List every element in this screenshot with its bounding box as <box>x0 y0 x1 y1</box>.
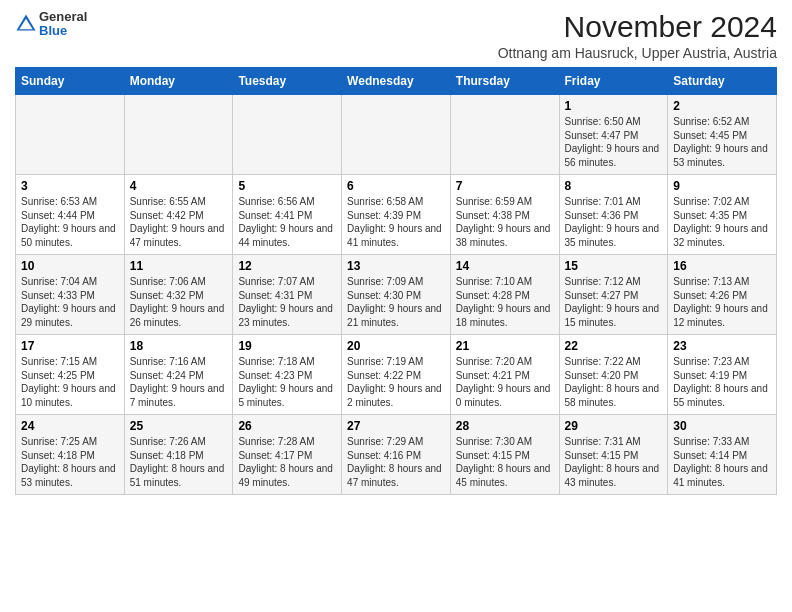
day-info: Sunrise: 7:28 AM Sunset: 4:17 PM Dayligh… <box>238 435 336 489</box>
day-number: 22 <box>565 339 663 353</box>
calendar-day-cell: 8Sunrise: 7:01 AM Sunset: 4:36 PM Daylig… <box>559 175 668 255</box>
day-info: Sunrise: 6:53 AM Sunset: 4:44 PM Dayligh… <box>21 195 119 249</box>
location-subtitle: Ottnang am Hausruck, Upper Austria, Aust… <box>498 45 777 61</box>
calendar-day-cell: 17Sunrise: 7:15 AM Sunset: 4:25 PM Dayli… <box>16 335 125 415</box>
day-info: Sunrise: 7:12 AM Sunset: 4:27 PM Dayligh… <box>565 275 663 329</box>
calendar-week-row: 3Sunrise: 6:53 AM Sunset: 4:44 PM Daylig… <box>16 175 777 255</box>
calendar-day-cell: 10Sunrise: 7:04 AM Sunset: 4:33 PM Dayli… <box>16 255 125 335</box>
day-info: Sunrise: 7:10 AM Sunset: 4:28 PM Dayligh… <box>456 275 554 329</box>
day-number: 3 <box>21 179 119 193</box>
calendar-day-cell <box>124 95 233 175</box>
day-info: Sunrise: 6:59 AM Sunset: 4:38 PM Dayligh… <box>456 195 554 249</box>
day-info: Sunrise: 7:18 AM Sunset: 4:23 PM Dayligh… <box>238 355 336 409</box>
day-number: 25 <box>130 419 228 433</box>
calendar-day-cell: 26Sunrise: 7:28 AM Sunset: 4:17 PM Dayli… <box>233 415 342 495</box>
day-info: Sunrise: 7:31 AM Sunset: 4:15 PM Dayligh… <box>565 435 663 489</box>
logo-text: General Blue <box>39 10 87 39</box>
day-info: Sunrise: 7:13 AM Sunset: 4:26 PM Dayligh… <box>673 275 771 329</box>
calendar-day-cell <box>342 95 451 175</box>
day-number: 23 <box>673 339 771 353</box>
calendar-day-cell: 30Sunrise: 7:33 AM Sunset: 4:14 PM Dayli… <box>668 415 777 495</box>
day-number: 9 <box>673 179 771 193</box>
calendar-body: 1Sunrise: 6:50 AM Sunset: 4:47 PM Daylig… <box>16 95 777 495</box>
day-number: 5 <box>238 179 336 193</box>
calendar-day-cell: 24Sunrise: 7:25 AM Sunset: 4:18 PM Dayli… <box>16 415 125 495</box>
calendar-day-cell: 11Sunrise: 7:06 AM Sunset: 4:32 PM Dayli… <box>124 255 233 335</box>
day-of-week-header: Sunday <box>16 68 125 95</box>
day-info: Sunrise: 6:55 AM Sunset: 4:42 PM Dayligh… <box>130 195 228 249</box>
day-info: Sunrise: 7:25 AM Sunset: 4:18 PM Dayligh… <box>21 435 119 489</box>
calendar-day-cell: 13Sunrise: 7:09 AM Sunset: 4:30 PM Dayli… <box>342 255 451 335</box>
calendar-day-cell: 2Sunrise: 6:52 AM Sunset: 4:45 PM Daylig… <box>668 95 777 175</box>
day-number: 24 <box>21 419 119 433</box>
day-info: Sunrise: 7:04 AM Sunset: 4:33 PM Dayligh… <box>21 275 119 329</box>
day-info: Sunrise: 7:29 AM Sunset: 4:16 PM Dayligh… <box>347 435 445 489</box>
calendar-day-cell: 16Sunrise: 7:13 AM Sunset: 4:26 PM Dayli… <box>668 255 777 335</box>
calendar-day-cell: 4Sunrise: 6:55 AM Sunset: 4:42 PM Daylig… <box>124 175 233 255</box>
day-number: 19 <box>238 339 336 353</box>
calendar-table: SundayMondayTuesdayWednesdayThursdayFrid… <box>15 67 777 495</box>
day-number: 2 <box>673 99 771 113</box>
day-info: Sunrise: 7:33 AM Sunset: 4:14 PM Dayligh… <box>673 435 771 489</box>
calendar-day-cell <box>16 95 125 175</box>
day-info: Sunrise: 6:50 AM Sunset: 4:47 PM Dayligh… <box>565 115 663 169</box>
day-number: 6 <box>347 179 445 193</box>
calendar-day-cell <box>233 95 342 175</box>
day-info: Sunrise: 7:01 AM Sunset: 4:36 PM Dayligh… <box>565 195 663 249</box>
calendar-day-cell <box>450 95 559 175</box>
calendar-week-row: 10Sunrise: 7:04 AM Sunset: 4:33 PM Dayli… <box>16 255 777 335</box>
day-number: 14 <box>456 259 554 273</box>
calendar-week-row: 17Sunrise: 7:15 AM Sunset: 4:25 PM Dayli… <box>16 335 777 415</box>
day-info: Sunrise: 7:19 AM Sunset: 4:22 PM Dayligh… <box>347 355 445 409</box>
day-number: 1 <box>565 99 663 113</box>
calendar-day-cell: 25Sunrise: 7:26 AM Sunset: 4:18 PM Dayli… <box>124 415 233 495</box>
calendar-day-cell: 12Sunrise: 7:07 AM Sunset: 4:31 PM Dayli… <box>233 255 342 335</box>
calendar-day-cell: 22Sunrise: 7:22 AM Sunset: 4:20 PM Dayli… <box>559 335 668 415</box>
day-of-week-header: Wednesday <box>342 68 451 95</box>
day-info: Sunrise: 7:23 AM Sunset: 4:19 PM Dayligh… <box>673 355 771 409</box>
day-of-week-header: Saturday <box>668 68 777 95</box>
day-number: 15 <box>565 259 663 273</box>
day-info: Sunrise: 6:56 AM Sunset: 4:41 PM Dayligh… <box>238 195 336 249</box>
day-number: 27 <box>347 419 445 433</box>
day-info: Sunrise: 6:58 AM Sunset: 4:39 PM Dayligh… <box>347 195 445 249</box>
day-info: Sunrise: 7:30 AM Sunset: 4:15 PM Dayligh… <box>456 435 554 489</box>
day-info: Sunrise: 7:07 AM Sunset: 4:31 PM Dayligh… <box>238 275 336 329</box>
day-info: Sunrise: 7:09 AM Sunset: 4:30 PM Dayligh… <box>347 275 445 329</box>
day-info: Sunrise: 7:02 AM Sunset: 4:35 PM Dayligh… <box>673 195 771 249</box>
calendar-day-cell: 27Sunrise: 7:29 AM Sunset: 4:16 PM Dayli… <box>342 415 451 495</box>
calendar-week-row: 1Sunrise: 6:50 AM Sunset: 4:47 PM Daylig… <box>16 95 777 175</box>
header-row: SundayMondayTuesdayWednesdayThursdayFrid… <box>16 68 777 95</box>
calendar-day-cell: 19Sunrise: 7:18 AM Sunset: 4:23 PM Dayli… <box>233 335 342 415</box>
logo-icon <box>15 13 37 35</box>
day-number: 28 <box>456 419 554 433</box>
day-number: 10 <box>21 259 119 273</box>
day-number: 21 <box>456 339 554 353</box>
day-info: Sunrise: 7:06 AM Sunset: 4:32 PM Dayligh… <box>130 275 228 329</box>
day-info: Sunrise: 7:15 AM Sunset: 4:25 PM Dayligh… <box>21 355 119 409</box>
calendar-day-cell: 7Sunrise: 6:59 AM Sunset: 4:38 PM Daylig… <box>450 175 559 255</box>
calendar-header: SundayMondayTuesdayWednesdayThursdayFrid… <box>16 68 777 95</box>
calendar-week-row: 24Sunrise: 7:25 AM Sunset: 4:18 PM Dayli… <box>16 415 777 495</box>
month-year-title: November 2024 <box>498 10 777 43</box>
day-number: 18 <box>130 339 228 353</box>
calendar-day-cell: 3Sunrise: 6:53 AM Sunset: 4:44 PM Daylig… <box>16 175 125 255</box>
day-info: Sunrise: 7:22 AM Sunset: 4:20 PM Dayligh… <box>565 355 663 409</box>
day-info: Sunrise: 6:52 AM Sunset: 4:45 PM Dayligh… <box>673 115 771 169</box>
calendar-day-cell: 14Sunrise: 7:10 AM Sunset: 4:28 PM Dayli… <box>450 255 559 335</box>
day-info: Sunrise: 7:26 AM Sunset: 4:18 PM Dayligh… <box>130 435 228 489</box>
day-number: 30 <box>673 419 771 433</box>
day-number: 20 <box>347 339 445 353</box>
day-number: 8 <box>565 179 663 193</box>
day-number: 26 <box>238 419 336 433</box>
day-of-week-header: Monday <box>124 68 233 95</box>
day-of-week-header: Thursday <box>450 68 559 95</box>
calendar-day-cell: 18Sunrise: 7:16 AM Sunset: 4:24 PM Dayli… <box>124 335 233 415</box>
calendar-day-cell: 9Sunrise: 7:02 AM Sunset: 4:35 PM Daylig… <box>668 175 777 255</box>
page-header: General Blue November 2024 Ottnang am Ha… <box>15 10 777 61</box>
day-info: Sunrise: 7:20 AM Sunset: 4:21 PM Dayligh… <box>456 355 554 409</box>
calendar-day-cell: 15Sunrise: 7:12 AM Sunset: 4:27 PM Dayli… <box>559 255 668 335</box>
day-number: 29 <box>565 419 663 433</box>
day-of-week-header: Friday <box>559 68 668 95</box>
day-number: 16 <box>673 259 771 273</box>
